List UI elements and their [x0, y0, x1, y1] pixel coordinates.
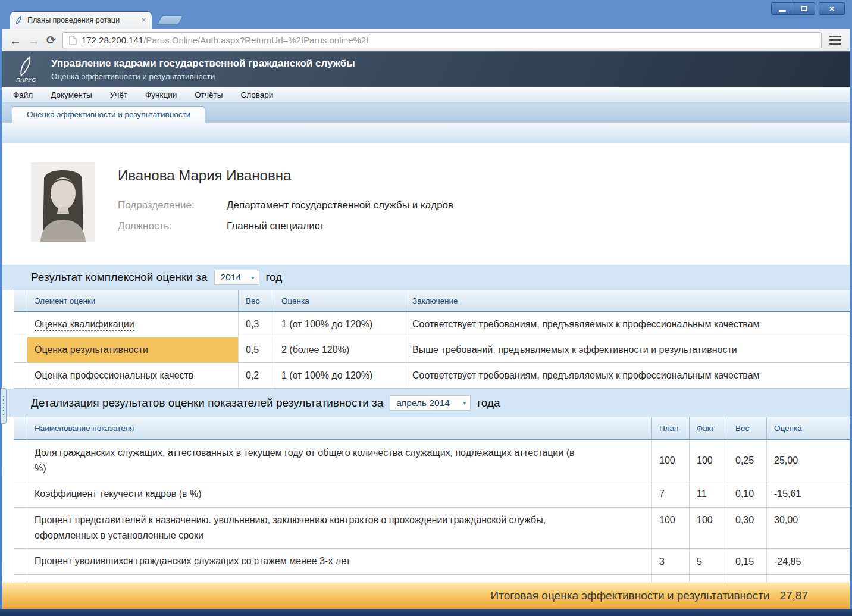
table-row[interactable]: Процент уволившихся гражданских служащих… — [14, 549, 850, 574]
year-select-value: 2014 — [221, 272, 241, 283]
score-cell: -24,85 — [767, 549, 850, 574]
score-cell: 1 (от 100% до 120%) — [274, 363, 405, 389]
year-select[interactable]: 2014 ▾ — [214, 270, 259, 285]
new-tab-button[interactable] — [157, 15, 184, 25]
section2-title-prefix: Детализация результатов оценки показател… — [31, 396, 383, 409]
score-cell: 25,00 — [767, 440, 850, 481]
reload-icon[interactable]: ⟳ — [46, 35, 56, 46]
logo-text: ПАРУС — [16, 77, 36, 83]
menu-item-dictionaries[interactable]: Словари — [240, 90, 273, 99]
gutter-cell — [14, 481, 27, 507]
gutter-cell — [14, 549, 27, 574]
table1-header-conclusion: Заключение — [405, 290, 850, 312]
position-value: Главный специалист — [227, 220, 453, 232]
employee-card: Иванова Мария Ивановна Подразделение: Де… — [2, 143, 850, 265]
url-host: 172.28.200.141 — [82, 35, 143, 45]
section1-title-prefix: Результат комплексной оценки за — [31, 271, 208, 284]
table2-gutter-header — [14, 417, 27, 440]
department-value: Департамент государственной службы и кад… — [227, 199, 453, 211]
sail-icon — [18, 56, 35, 76]
table1-header-element: Элемент оценки — [27, 290, 239, 312]
period-select-value: апрель 2014 — [396, 398, 450, 408]
table-row[interactable]: Коэффициент текучести кадров (в %) 7 11 … — [14, 481, 850, 507]
splitter-handle[interactable] — [1, 388, 7, 424]
table-row[interactable]: Оценка профессиональных качеств 0,2 1 (о… — [14, 363, 850, 389]
maximize-button[interactable] — [793, 2, 815, 15]
element-link-qualification[interactable]: Оценка квалификации — [35, 319, 134, 331]
page-tab-label: Оценка эффективности и результативности — [27, 110, 190, 119]
employee-photo — [31, 162, 95, 242]
url-text: 172.28.200.141/Parus.Online/Auth.aspx?Re… — [82, 35, 368, 45]
grip-dots-icon — [3, 396, 4, 416]
close-button[interactable]: ✕ — [819, 2, 845, 15]
department-label: Подразделение: — [118, 199, 227, 211]
table2-header-name: Наименование показателя — [27, 417, 652, 440]
weight-cell: 0,30 — [728, 507, 767, 549]
close-icon: ✕ — [829, 5, 835, 13]
table-row[interactable]: Процент представителей к назначению. уво… — [14, 507, 850, 549]
menu-item-file[interactable]: Файл — [13, 90, 33, 99]
score-cell: -15,61 — [767, 481, 850, 507]
period-select[interactable]: апрель 2014 ▾ — [390, 395, 471, 411]
table2-header-weight: Вес — [728, 417, 767, 440]
menu-bar: Файл Документы Учёт Функции Отчёты Слова… — [2, 87, 850, 103]
app-titles: Управление кадрами государственной гражд… — [51, 58, 355, 81]
total-score-value: 27,87 — [779, 589, 808, 602]
browser-tab[interactable]: Планы проведения ротаци × — [10, 11, 152, 29]
fact-cell: 11 — [690, 481, 728, 507]
conclusion-cell: Соответствует требованиям, предъявляемых… — [405, 312, 850, 337]
parus-logo: ПАРУС — [11, 56, 42, 83]
score-cell: 2 (более 120%) — [274, 337, 405, 363]
url-path: /Parus.Online/Auth.aspx?ReturnUrl=%2fPar… — [143, 35, 368, 45]
menu-item-accounting[interactable]: Учёт — [110, 90, 127, 99]
menu-item-documents[interactable]: Документы — [51, 90, 92, 99]
table1-header-row: Элемент оценки Вес Оценка Заключение — [14, 290, 850, 312]
forward-icon[interactable]: → — [28, 35, 40, 46]
minimize-button[interactable] — [771, 2, 793, 15]
menu-item-reports[interactable]: Отчёты — [195, 90, 223, 99]
section-detail-results: Детализация результатов оценки показател… — [2, 389, 850, 417]
tab-close-icon[interactable]: × — [140, 16, 147, 24]
score-cell: 30,00 — [767, 507, 850, 549]
table2-header-fact: Факт — [690, 417, 728, 440]
menu-item-functions[interactable]: Функции — [145, 90, 177, 99]
table-row-selected[interactable]: Оценка результативности 0,5 2 (более 120… — [14, 337, 850, 363]
element-link-professional-qualities[interactable]: Оценка профессиональных качеств — [35, 370, 193, 382]
parus-favicon — [15, 16, 23, 24]
element-link-performance[interactable]: Оценка результативности — [27, 337, 239, 363]
complex-evaluation-table: Элемент оценки Вес Оценка Заключение Оце… — [14, 290, 850, 389]
position-label: Должность: — [118, 220, 227, 232]
gutter-cell — [14, 363, 27, 389]
table-row[interactable]: Оценка квалификации 0,3 1 (от 100% до 12… — [14, 312, 850, 337]
sub-toolbar — [2, 123, 850, 143]
browser-menu-icon[interactable] — [828, 33, 842, 47]
section1-title-suffix: год — [266, 271, 283, 284]
back-icon[interactable]: ← — [10, 35, 21, 46]
table1-header-score: Оценка — [274, 290, 405, 312]
conclusion-cell: Выше требований, предъявляемых к эффекти… — [405, 337, 850, 363]
page-tab-strip: Оценка эффективности и результативности — [2, 103, 850, 123]
score-cell: 1 (от 100% до 120%) — [274, 312, 405, 337]
indicator-name: Процент уволившихся гражданских служащих… — [35, 549, 350, 574]
gutter-cell — [14, 440, 27, 481]
indicator-name: Коэффициент текучести кадров (в %) — [35, 481, 202, 506]
fact-cell: 5 — [690, 549, 728, 574]
section2-title-suffix: года — [477, 396, 500, 409]
table-row[interactable]: Средняя продолжительность периода, в теч… — [14, 574, 850, 582]
browser-tab-title: Планы проведения ротаци — [27, 16, 136, 24]
address-bar[interactable]: 172.28.200.141/Parus.Online/Auth.aspx?Re… — [62, 32, 822, 48]
app-subtitle: Оценка эффективности и результативности — [51, 72, 355, 81]
section-complex-result: Результат комплексной оценки за 2014 ▾ г… — [2, 265, 850, 290]
weight-cell: 0,20 — [728, 574, 767, 582]
weight-cell: 0,25 — [728, 440, 767, 481]
weight-cell: 0,2 — [239, 363, 274, 389]
indicator-name: Доля гражданских служащих, аттестованных… — [35, 440, 585, 481]
plan-cell: 7 — [652, 481, 690, 507]
indicator-name: Процент представителей к назначению. уво… — [35, 508, 585, 549]
window-bottom-border — [0, 609, 852, 616]
gutter-cell — [14, 312, 27, 337]
page-icon — [69, 36, 77, 45]
fact-cell: 10 — [690, 574, 728, 582]
table-row[interactable]: Доля гражданских служащих, аттестованных… — [14, 440, 850, 481]
tab-efficiency-evaluation[interactable]: Оценка эффективности и результативности — [12, 106, 205, 123]
